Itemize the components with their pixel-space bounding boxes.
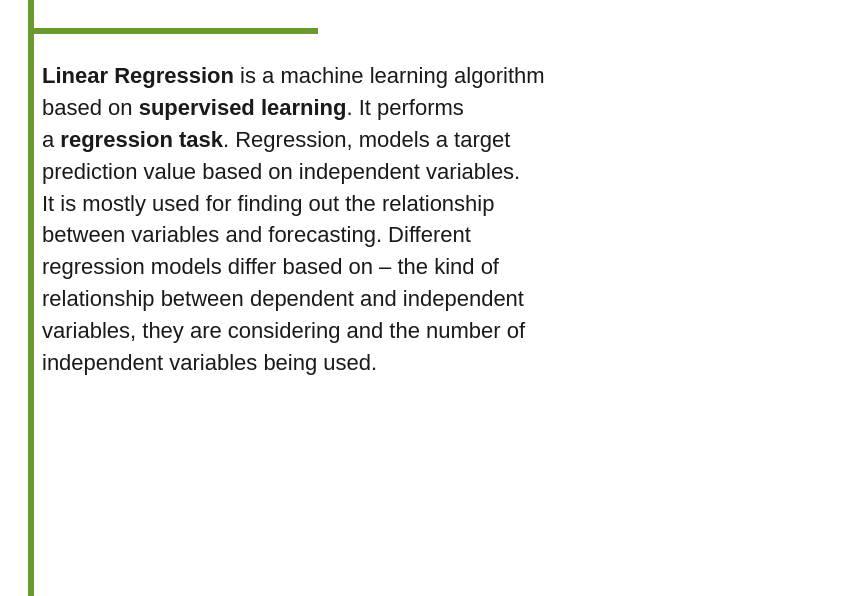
text-line1-rest: is a machine learning algorithm (234, 63, 545, 88)
content-area: Linear Regression is a machine learning … (28, 60, 814, 379)
top-accent-bar (28, 28, 318, 34)
text-line10: independent variables being used. (42, 350, 377, 375)
text-line5: It is mostly used for finding out the re… (42, 191, 494, 216)
text-supervised-learning-bold: supervised learning (139, 95, 347, 120)
text-linear-regression-bold: Linear Regression (42, 63, 234, 88)
text-line3-pre: a (42, 127, 60, 152)
text-line7: regression models differ based on – the … (42, 254, 499, 279)
slide: Linear Regression is a machine learning … (0, 0, 842, 596)
text-line6: between variables and forecasting. Diffe… (42, 222, 471, 247)
text-line2-post: . It performs (347, 95, 464, 120)
text-line8: relationship between dependent and indep… (42, 286, 524, 311)
main-paragraph: Linear Regression is a machine learning … (42, 60, 814, 379)
text-line9: variables, they are considering and the … (42, 318, 525, 343)
text-regression-task-bold: regression task (60, 127, 223, 152)
text-line4: prediction value based on independent va… (42, 159, 520, 184)
text-line2-pre: based on (42, 95, 139, 120)
text-line3-post: . Regression, models a target (223, 127, 510, 152)
